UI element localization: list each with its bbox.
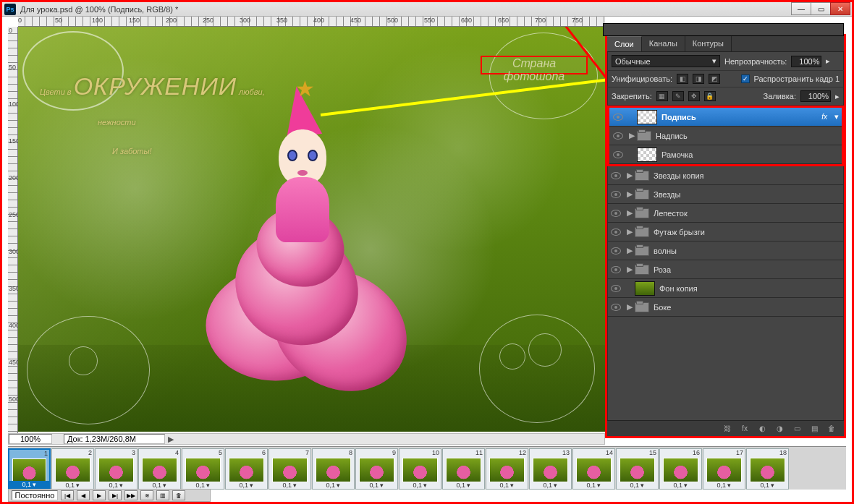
frame-duration[interactable]: 0,1 ▾ xyxy=(573,482,614,489)
unify-style-icon[interactable]: ◩ xyxy=(709,74,720,84)
document-canvas[interactable]: Цвети в ОКРУЖЕНИИ любви, нежности И забо… xyxy=(18,27,605,432)
first-frame-button[interactable]: |◀ xyxy=(61,490,74,500)
blend-mode-select[interactable]: Обычные▾ xyxy=(612,55,720,67)
frame-duration[interactable]: 0,1 ▾ xyxy=(356,482,397,489)
tab-channels[interactable]: Каналы xyxy=(642,36,685,51)
frame-duration[interactable]: 0,1 ▾ xyxy=(486,482,528,489)
visibility-toggle[interactable] xyxy=(607,191,625,198)
frame-duration[interactable]: 0,1 ▾ xyxy=(52,482,93,489)
frame-duration[interactable]: 0,1 ▾ xyxy=(96,482,137,489)
frame-duration[interactable]: 0,1 ▾ xyxy=(747,482,788,489)
panel-drag-handle[interactable] xyxy=(603,23,844,36)
delete-frame-button[interactable]: 🗑 xyxy=(172,490,185,500)
frame-duration[interactable]: 0,1 ▾ xyxy=(269,482,310,489)
visibility-toggle[interactable] xyxy=(609,132,627,140)
visibility-toggle[interactable] xyxy=(607,266,625,273)
layer-row[interactable]: ▶Футаж брызги xyxy=(607,223,844,242)
tween-button[interactable]: ≋ xyxy=(140,490,153,500)
frame-duration[interactable]: 0,1 ▾ xyxy=(530,482,571,489)
chevron-right-icon[interactable]: ▸ xyxy=(826,56,830,66)
frame-duration[interactable]: 0,1 ▾ xyxy=(703,482,745,489)
folder-toggle-icon[interactable]: ▶ xyxy=(625,265,635,274)
visibility-toggle[interactable] xyxy=(607,172,625,179)
delete-layer-icon[interactable]: 🗑 xyxy=(825,423,838,435)
timeline-frame[interactable]: 40,1 ▾ xyxy=(138,448,181,490)
unify-position-icon[interactable]: ◧ xyxy=(677,74,688,84)
lock-all-icon[interactable]: 🔒 xyxy=(704,91,716,101)
lock-move-icon[interactable]: ✥ xyxy=(688,91,700,101)
play-button[interactable]: ▶ xyxy=(93,490,106,500)
maximize-button[interactable]: ▭ xyxy=(811,2,831,15)
timeline-frame[interactable]: 80,1 ▾ xyxy=(312,448,355,490)
last-frame-button[interactable]: ▶▶ xyxy=(124,490,138,500)
minimize-button[interactable]: — xyxy=(791,2,811,15)
layer-row[interactable]: ▶Звезды xyxy=(607,185,844,204)
visibility-toggle[interactable] xyxy=(607,247,625,255)
visibility-toggle[interactable] xyxy=(609,151,627,158)
chevron-down-icon[interactable]: ▾ xyxy=(832,112,842,121)
lock-trans-icon[interactable]: ▦ xyxy=(656,91,668,101)
timeline-frame[interactable]: 70,1 ▾ xyxy=(269,448,311,490)
timeline-frame[interactable]: 50,1 ▾ xyxy=(182,448,224,490)
frame-duration[interactable]: 0,1 ▾ xyxy=(313,482,354,489)
frame-duration[interactable]: 0,1 ▾ xyxy=(399,482,441,489)
folder-toggle-icon[interactable]: ▶ xyxy=(627,131,637,140)
folder-toggle-icon[interactable]: ▶ xyxy=(625,227,635,236)
link-layers-icon[interactable]: ⛓ xyxy=(721,423,734,435)
docinfo-field[interactable]: Док: 1,23M/260,8M xyxy=(64,434,165,444)
folder-toggle-icon[interactable]: ▶ xyxy=(625,189,635,199)
fx-icon[interactable]: fx xyxy=(738,423,751,435)
layer-row[interactable]: ▶Лепесток xyxy=(607,204,844,223)
frame-duration[interactable]: 0,1 ▾ xyxy=(9,481,49,488)
tab-paths[interactable]: Контуры xyxy=(685,36,732,51)
chevron-right-icon[interactable]: ▸ xyxy=(835,92,840,101)
folder-toggle-icon[interactable]: ▶ xyxy=(625,208,635,218)
new-frame-button[interactable]: ▥ xyxy=(156,490,169,500)
visibility-toggle[interactable] xyxy=(607,210,625,217)
new-layer-icon[interactable]: ▤ xyxy=(808,423,821,435)
next-frame-button[interactable]: ▶| xyxy=(109,490,122,500)
visibility-toggle[interactable] xyxy=(609,114,627,121)
timeline-frame[interactable]: 170,1 ▾ xyxy=(703,448,745,490)
timeline-frame[interactable]: 160,1 ▾ xyxy=(659,448,702,490)
folder-toggle-icon[interactable]: ▶ xyxy=(625,302,635,312)
visibility-toggle[interactable] xyxy=(607,285,625,292)
fill-adjust-icon[interactable]: ◑ xyxy=(773,423,786,435)
folder-toggle-icon[interactable]: ▶ xyxy=(625,246,635,255)
visibility-toggle[interactable] xyxy=(607,304,625,311)
layer-row[interactable]: ▶Надпись xyxy=(609,127,842,145)
timeline-frame[interactable]: 110,1 ▾ xyxy=(442,448,485,490)
timeline-frame[interactable]: 130,1 ▾ xyxy=(529,448,572,490)
timeline-frame[interactable]: 90,1 ▾ xyxy=(355,448,398,490)
frame-duration[interactable]: 0,1 ▾ xyxy=(182,482,224,489)
unify-visibility-icon[interactable]: ◨ xyxy=(693,74,704,84)
layer-row[interactable]: ▶Боке xyxy=(607,298,844,317)
layer-row[interactable]: ▶Звезды копия xyxy=(607,166,844,185)
layer-row[interactable]: ▶волны xyxy=(607,242,844,260)
close-button[interactable]: ✕ xyxy=(830,2,850,15)
timeline-frame[interactable]: 30,1 ▾ xyxy=(95,448,138,490)
mask-icon[interactable]: ◐ xyxy=(756,423,769,435)
fill-field[interactable]: 100% xyxy=(800,90,831,102)
folder-toggle-icon[interactable]: ▶ xyxy=(625,171,635,180)
frame-duration[interactable]: 0,1 ▾ xyxy=(226,482,267,489)
layer-row[interactable]: Подписьfx▾ xyxy=(609,108,842,127)
frame-duration[interactable]: 0,1 ▾ xyxy=(443,482,484,489)
loop-mode[interactable]: Постоянно xyxy=(12,490,58,500)
timeline-frame[interactable]: 140,1 ▾ xyxy=(572,448,615,490)
frame-duration[interactable]: 0,1 ▾ xyxy=(660,482,701,489)
new-group-icon[interactable]: ▭ xyxy=(790,423,803,435)
timeline-frame[interactable]: 180,1 ▾ xyxy=(746,448,789,490)
frame-duration[interactable]: 0,1 ▾ xyxy=(617,482,658,489)
propagate-checkbox[interactable]: ✓ xyxy=(741,74,750,83)
timeline-frame[interactable]: 10,1 ▾ xyxy=(8,448,51,490)
layer-row[interactable]: Фон копия xyxy=(607,279,844,298)
zoom-field[interactable]: 100% xyxy=(9,434,52,444)
chevron-right-icon[interactable]: ▶ xyxy=(168,435,174,444)
prev-frame-button[interactable]: ◀ xyxy=(77,490,90,500)
layer-row[interactable]: Рамочка xyxy=(609,145,842,164)
animation-timeline[interactable]: 10,1 ▾20,1 ▾30,1 ▾40,1 ▾50,1 ▾60,1 ▾70,1… xyxy=(8,446,846,490)
timeline-frame[interactable]: 60,1 ▾ xyxy=(225,448,268,490)
timeline-frame[interactable]: 100,1 ▾ xyxy=(399,448,441,490)
timeline-frame[interactable]: 20,1 ▾ xyxy=(51,448,94,490)
